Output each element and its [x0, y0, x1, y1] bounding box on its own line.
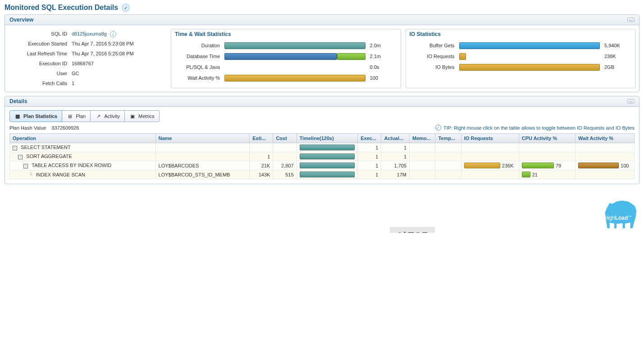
bar-value: 100 — [370, 75, 397, 81]
kv-label: Fetch Calls — [9, 78, 67, 88]
cost-cell: 515 — [273, 170, 297, 179]
io-stats-header: IO Statistics — [406, 29, 635, 39]
wait-cell — [575, 170, 635, 179]
bar-label: IO Bytes — [410, 64, 455, 70]
wait-cell — [575, 152, 635, 161]
actual-cell: 1 — [381, 152, 410, 161]
column-header[interactable]: Temp... — [435, 134, 461, 143]
annotation-actual-rows-table: 1`705 — [390, 227, 435, 233]
column-header[interactable]: Exec... — [358, 134, 381, 143]
kv-value: 1 — [72, 78, 74, 88]
brand-suffix: ++ — [628, 215, 631, 218]
sql-id-link[interactable]: d8125juxums8g i — [72, 29, 116, 39]
table-row[interactable]: └ INDEX RANGE SCANLOY$BARCOD_STS_ID_MEMB… — [10, 170, 635, 179]
page-title: Monitored SQL Execution Details ✓ — [0, 0, 644, 14]
highload-logo: HighLoad++ — [601, 197, 639, 228]
table-row[interactable]: − TABLE ACCESS BY INDEX ROWIDLOY$BARCODE… — [10, 161, 635, 170]
kv-exec-started: Execution Started Thu Apr 7, 2016 5:23:0… — [9, 39, 166, 49]
io-requests-cell: 236K — [461, 161, 519, 170]
column-header[interactable]: Wait Activity % — [575, 134, 635, 143]
cpu-cell — [519, 152, 575, 161]
operation-cell: − SORT AGGREGATE — [10, 152, 156, 161]
temp-cell — [435, 161, 461, 170]
column-header[interactable]: IO Requests — [461, 134, 519, 143]
collapse-icon[interactable]: — — [627, 18, 635, 22]
bar-track — [459, 64, 600, 71]
actual-cell: 1,705 — [381, 161, 410, 170]
kv-label: User — [9, 68, 67, 78]
memo-cell — [410, 161, 435, 170]
column-header[interactable]: Name — [155, 134, 250, 143]
table-row[interactable]: − SELECT STATEMENT11 — [10, 143, 635, 152]
kv-sql-id: SQL ID d8125juxums8g i — [9, 29, 166, 39]
io-stats-panel: IO Statistics Buffer Gets5,940KIO Reques… — [406, 29, 636, 88]
table-tip: ✓ TIP: Right mouse click on the table al… — [435, 125, 635, 131]
brand-prefix: High — [604, 215, 615, 221]
plan-hash: Plan Hash Value 3372609926 — [9, 125, 79, 131]
cost-cell — [273, 152, 297, 161]
bar-label: Buffer Gets — [410, 43, 455, 48]
exec-cell: 1 — [358, 143, 381, 152]
exec-cell: 1 — [358, 161, 381, 170]
bar-label: Duration — [175, 43, 220, 48]
wait-cell — [575, 143, 635, 152]
sql-id-value: d8125juxums8g — [72, 31, 107, 36]
tab-icon: ▦ — [14, 113, 21, 119]
operation-cell: − TABLE ACCESS BY INDEX ROWID — [10, 161, 156, 170]
bar-track — [224, 53, 365, 60]
timeline-cell — [297, 170, 358, 179]
tab-metrics[interactable]: ▣Metrics — [125, 110, 159, 122]
collapse-icon[interactable]: — — [627, 99, 635, 104]
plan-hash-label: Plan Hash Value — [9, 125, 46, 131]
bar-row: IO Requests238K — [410, 51, 632, 62]
info-icon[interactable]: i — [110, 31, 116, 37]
tree-toggle-icon[interactable]: − — [18, 155, 23, 159]
tab-plan[interactable]: ⊞Plan — [62, 110, 91, 122]
timeline-cell — [297, 152, 358, 161]
bar-label: IO Requests — [410, 54, 455, 59]
est-cell — [250, 143, 273, 152]
temp-cell — [435, 143, 461, 152]
bar-row: Wait Activity %100 — [175, 72, 397, 83]
time-wait-panel: Time & Wait Statistics Duration2.0mDatab… — [171, 29, 401, 88]
cost-cell: 2,807 — [273, 161, 297, 170]
cpu-cell: 79 — [519, 161, 575, 170]
est-cell: 143K — [250, 170, 273, 179]
tab-plan-statistics[interactable]: ▦Plan Statistics — [9, 110, 62, 122]
tree-toggle-icon[interactable]: − — [13, 146, 17, 150]
io-stats-body: Buffer Gets5,940KIO Requests238KIO Bytes… — [406, 39, 635, 76]
column-header[interactable]: Actual... — [381, 134, 410, 143]
actual-cell: 1 — [381, 143, 410, 152]
plan-table[interactable]: OperationNameEsti...CostTimeline(120s)Ex… — [9, 133, 635, 179]
kv-value: Thu Apr 7, 2016 5:23:08 PM — [72, 39, 134, 49]
memo-cell — [410, 170, 435, 179]
column-header[interactable]: Cost — [273, 134, 297, 143]
est-cell: 1 — [250, 152, 273, 161]
operation-text: SELECT STATEMENT — [19, 145, 71, 150]
operation-text: INDEX RANGE SCAN — [34, 172, 85, 177]
tree-toggle-icon[interactable]: − — [23, 164, 28, 168]
refresh-icon[interactable]: ✓ — [122, 4, 130, 12]
column-header[interactable]: CPU Activity % — [519, 134, 575, 143]
column-header[interactable]: Operation — [10, 134, 156, 143]
kv-label: Execution Started — [9, 39, 67, 49]
actual-cell: 17M — [381, 170, 410, 179]
tab-activity[interactable]: ↗Activity — [91, 110, 125, 122]
kv-label: SQL ID — [9, 29, 67, 39]
details-header: Details — — [5, 96, 639, 107]
name-cell: LOY$BARCODES — [155, 161, 250, 170]
bar-label: Wait Activity % — [175, 75, 220, 81]
table-row[interactable]: − SORT AGGREGATE111 — [10, 152, 635, 161]
column-header[interactable]: Memo... — [410, 134, 435, 143]
exec-cell: 1 — [358, 152, 381, 161]
column-header[interactable]: Timeline(120s) — [297, 134, 358, 143]
bar-row: Database Time2.1m — [175, 51, 397, 62]
plan-table-header-row: OperationNameEsti...CostTimeline(120s)Ex… — [10, 134, 635, 143]
kv-value: GC — [72, 68, 79, 78]
bar-track — [459, 42, 600, 49]
tab-label: Activity — [104, 113, 120, 119]
memo-cell — [410, 152, 435, 161]
column-header[interactable]: Esti... — [250, 134, 273, 143]
brand-bold: Load — [615, 215, 628, 221]
bar-value: 2.1m — [370, 54, 397, 59]
